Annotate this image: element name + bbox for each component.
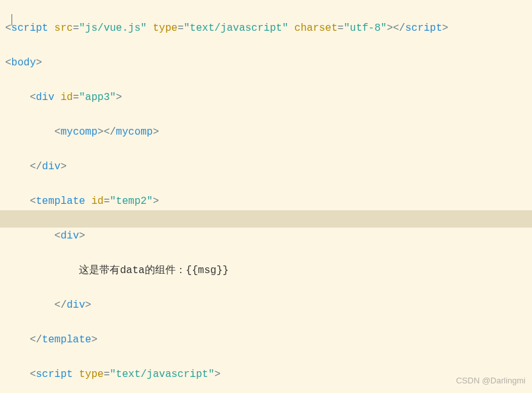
code-line: <div id="app3">: [5, 89, 532, 106]
code-line: </div>: [5, 297, 532, 314]
code-line: </div>: [5, 158, 532, 176]
code-line: <template id="temp2">: [5, 193, 532, 210]
code-line: <div>: [5, 228, 532, 245]
code-line: </template>: [5, 331, 532, 349]
code-line: <mycomp></mycomp>: [5, 124, 532, 141]
code-line: <script type="text/javascript">: [5, 366, 532, 383]
code-block: <script src="js/vue.js" type="text/javas…: [0, 0, 532, 393]
code-line: <script src="js/vue.js" type="text/javas…: [5, 20, 532, 37]
code-line: <body>: [5, 54, 532, 72]
code-line: 这是带有data的组件：{{msg}}: [5, 262, 532, 280]
watermark: CSDN @Darlingmi: [456, 372, 526, 389]
